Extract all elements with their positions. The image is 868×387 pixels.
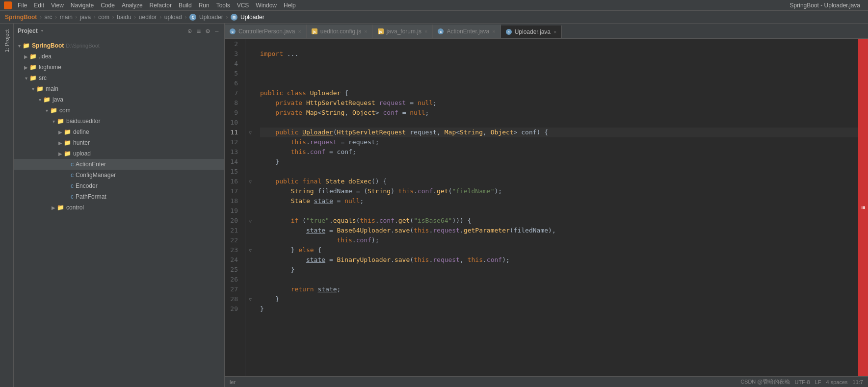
linenum-16: 16: [225, 177, 241, 186]
tree-item-action-enter[interactable]: c ActionEnter: [14, 159, 224, 170]
tab-controller-person[interactable]: c ControllerPerson.java ×: [225, 25, 307, 38]
breadcrumb-main[interactable]: main: [60, 14, 73, 21]
path-springboot: D:\SpringBoot: [66, 43, 99, 49]
method-uploader-11: Uploader: [302, 128, 333, 137]
tree-item-idea[interactable]: ▶ 📁 .idea: [14, 51, 224, 62]
label-define: define: [73, 129, 89, 135]
tree-item-hunter[interactable]: ▶ 📁 hunter: [14, 137, 224, 148]
tab-action-enter[interactable]: c ActionEnter.java ×: [433, 25, 500, 38]
sidebar-collapse-btn[interactable]: ≡: [195, 26, 202, 35]
breadcrumb-src[interactable]: src: [45, 14, 53, 21]
sidebar-close-btn[interactable]: −: [213, 26, 220, 35]
paren-11a: (: [333, 128, 337, 137]
field-conf-20: conf: [379, 216, 395, 226]
folder-icon-com: 📁: [50, 107, 57, 114]
status-tab-info[interactable]: 4 spaces: [826, 379, 848, 385]
kw-this-21: this: [414, 226, 429, 235]
linenum-9: 9: [225, 108, 241, 118]
gutter-20[interactable]: ▽: [245, 216, 255, 226]
tab-close-ueditor[interactable]: ×: [364, 28, 367, 34]
param-request-11: request: [410, 128, 437, 137]
method-save-24: save: [395, 255, 410, 265]
menu-build[interactable]: Build: [176, 1, 195, 10]
vtab-project[interactable]: 1: Project: [2, 26, 12, 56]
code-content[interactable]: import ... public class Uploader {: [255, 39, 858, 376]
tab-close-action-enter[interactable]: ×: [492, 28, 495, 34]
menu-vcs[interactable]: VCS: [234, 1, 252, 10]
tab-ueditor-config[interactable]: js ueditor.config.js ×: [307, 25, 373, 38]
tab-java-forum[interactable]: js java_forum.js ×: [373, 25, 433, 38]
code-line-27: return state ;: [260, 284, 858, 294]
space-17a: [314, 186, 318, 196]
indent-27: [260, 284, 291, 294]
gutter-11[interactable]: ▽: [245, 128, 255, 137]
tree-item-define[interactable]: ▶ 📁 define: [14, 127, 224, 137]
tab-close-controller[interactable]: ×: [298, 28, 301, 34]
menu-refactor[interactable]: Refactor: [147, 1, 175, 10]
gutter-26: [245, 275, 255, 284]
tree-item-path-format[interactable]: c PathFormat: [14, 191, 224, 202]
breadcrumb-ueditor[interactable]: ueditor: [139, 14, 157, 21]
breadcrumb-uploader-method[interactable]: Uploader: [240, 14, 264, 21]
tree-item-upload[interactable]: ▶ 📁 upload: [14, 148, 224, 159]
gutter-28[interactable]: ▽: [245, 294, 255, 304]
breadcrumb-java[interactable]: java: [80, 14, 91, 21]
menu-navigate[interactable]: Navigate: [68, 1, 97, 10]
tree-item-baidu-ueditor[interactable]: ▾ 📁 baidu.ueditor: [14, 116, 224, 127]
menu-edit[interactable]: Edit: [31, 1, 47, 10]
tab-uploader[interactable]: c Uploader.java ×: [501, 26, 562, 39]
breadcrumb-upload[interactable]: upload: [164, 14, 182, 21]
dot-17a: .: [414, 186, 418, 196]
tree-item-main[interactable]: ▾ 📁 main: [14, 83, 224, 94]
tree-item-springboot[interactable]: ▾ 📁 SpringBoot D:\SpringBoot: [14, 40, 224, 51]
indent-17: [260, 186, 291, 196]
tree-item-com[interactable]: ▾ 📁 com: [14, 105, 224, 116]
kw-class-7: class: [287, 88, 306, 98]
menu-file[interactable]: File: [15, 1, 30, 10]
field-request-24: request: [433, 255, 460, 265]
status-encoding[interactable]: UTF-8: [795, 379, 810, 385]
sidebar-sync-btn[interactable]: ⊙: [186, 26, 193, 35]
linenum-2: 2: [225, 39, 241, 49]
gutter-16[interactable]: ▽: [245, 177, 255, 186]
menu-help[interactable]: Help: [281, 1, 299, 10]
folder-icon-hunter: 📁: [64, 139, 71, 146]
gutter-24: [245, 255, 255, 265]
breadcrumb-com[interactable]: com: [98, 14, 109, 21]
tree-item-loghome[interactable]: ▶ 📁 loghome: [14, 62, 224, 73]
menu-tools[interactable]: Tools: [213, 1, 233, 10]
menu-view[interactable]: View: [48, 1, 67, 10]
gutter-23[interactable]: ▽: [245, 245, 255, 255]
status-line-sep[interactable]: LF: [815, 379, 821, 385]
kw-this-12: this: [291, 137, 306, 147]
menu-analyze[interactable]: Analyze: [119, 1, 146, 10]
tab-close-forum[interactable]: ×: [424, 28, 427, 34]
gutter-3: [245, 49, 255, 59]
menu-code[interactable]: Code: [98, 1, 118, 10]
tab-close-uploader[interactable]: ×: [553, 29, 556, 35]
gutter-12: [245, 137, 255, 147]
menu-window[interactable]: Window: [253, 1, 280, 10]
dot-24c: .: [483, 255, 487, 265]
label-com: com: [59, 107, 71, 114]
breadcrumb-baidu[interactable]: baidu: [117, 14, 131, 21]
tab-icon-forum: js: [378, 28, 384, 34]
linenum-24: 24: [225, 255, 241, 265]
semi-18: ;: [360, 196, 364, 206]
breadcrumb-uploader-class[interactable]: Uploader: [199, 14, 223, 21]
code-line-8: private HttpServletRequest request = nul…: [260, 98, 858, 108]
tree-item-src[interactable]: ▾ 📁 src: [14, 73, 224, 83]
menu-run[interactable]: Run: [196, 1, 212, 10]
brace-28: }: [275, 294, 279, 304]
tree-item-config-manager[interactable]: c ConfigManager: [14, 170, 224, 181]
sidebar-settings-btn[interactable]: ⚙: [204, 26, 211, 35]
breadcrumb-springboot[interactable]: SpringBoot: [5, 14, 37, 21]
tree-item-encoder[interactable]: c Encoder: [14, 181, 224, 191]
tree-item-control[interactable]: ▶ 📁 control: [14, 202, 224, 213]
space-20a: (: [298, 216, 306, 226]
plain-dots: ...: [283, 49, 298, 59]
field-conf-9: conf: [383, 108, 398, 118]
tree-item-java[interactable]: ▾ 📁 java: [14, 94, 224, 105]
eq-9: =: [398, 108, 410, 118]
tab-label-action-enter: ActionEnter.java: [447, 28, 489, 35]
